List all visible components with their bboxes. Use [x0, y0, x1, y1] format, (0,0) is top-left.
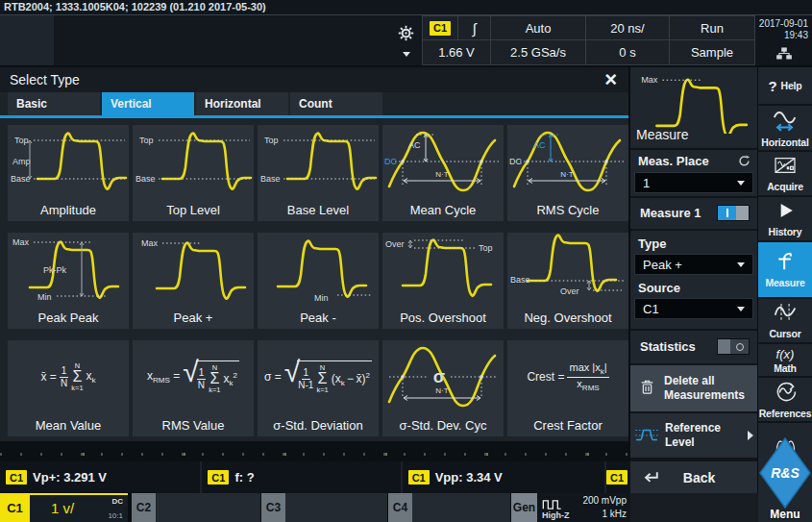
trigger-mode-cell[interactable]: Auto [490, 15, 586, 40]
delete-all-measurements-button[interactable]: Delete all Measurements [630, 365, 757, 411]
channel2-info[interactable] [156, 493, 260, 522]
tile-std-deviation[interactable]: σ =√1N-1NΣk=1(xk − x̄)2σ-Std. Deviation [258, 340, 379, 436]
channel2-tab[interactable]: C2 [132, 493, 156, 522]
close-icon[interactable]: × [604, 67, 617, 92]
channel3-tab[interactable]: C3 [261, 493, 285, 522]
pulse-posover-icon: OverTop [382, 233, 504, 306]
trigger-level-cell[interactable]: 1.66 V [422, 39, 491, 65]
cursor-icon [773, 302, 799, 327]
timebase-value: 20 ns/ [610, 21, 644, 36]
result-channel-badge: C1 [6, 470, 27, 485]
run-state-cell[interactable]: Run [669, 15, 755, 40]
type-dropdown[interactable]: Peak + [634, 254, 753, 275]
sidebar-item-math[interactable]: f(x)Math [758, 344, 812, 376]
tile-mean-cycle[interactable]: DCACN·TMean Cycle [382, 125, 504, 221]
generator-info[interactable]: High-Z 200 mVpp 1 kHz [537, 493, 630, 522]
horizontal-position-cell[interactable]: 0 s [585, 39, 670, 65]
sidebar-item-label: History [769, 226, 802, 237]
tile-peak[interactable]: MaxPeak + [133, 233, 254, 329]
caret-down-icon [403, 52, 410, 57]
tile-rms-value[interactable]: xRMS =√1NNΣk=1xk2RMS Value [133, 340, 254, 436]
reference-level-button[interactable]: Reference Level [630, 413, 757, 458]
channel3-info[interactable] [285, 493, 387, 522]
sidebar-item-horizontal[interactable]: Horizontal [758, 106, 812, 150]
tile-label: σ-Std. Deviation [258, 413, 379, 436]
source-dropdown[interactable]: C1 [634, 298, 753, 319]
generator-impedance: High-Z [542, 510, 570, 520]
tile-std-dev-cyc[interactable]: σN·Tσ-Std. Dev. Cyc [382, 340, 504, 436]
tab-horizontal[interactable]: Horizontal [196, 92, 288, 115]
measurement-result: C1Vpp: 3.34 V [403, 461, 606, 493]
sidebar-item-help[interactable]: ?Help [758, 67, 812, 104]
channel1-badge: C1 [7, 501, 23, 515]
channel4-info[interactable] [412, 493, 510, 522]
tile-label: Pos. Overshoot [382, 306, 504, 329]
statistics-toggle[interactable] [717, 338, 750, 355]
tile-mean-value[interactable]: x̄ =1NNΣk=1xkMean Value [8, 340, 129, 436]
channel1-tab[interactable]: C1 [0, 493, 30, 522]
pulse-peakplus-icon: Max [133, 233, 254, 306]
network-icon [776, 47, 792, 62]
tile-label: Crest Factor [507, 413, 628, 436]
tile-neg-overshoot[interactable]: BaseOverNeg. Overshoot [507, 233, 628, 329]
timebase-cell[interactable]: 20 ns/ [585, 15, 670, 40]
reference-button-label: Reference Level [665, 421, 744, 450]
tile-rms-cycle[interactable]: DCACN·TRMS Cycle [507, 125, 628, 221]
trigger-slope-cell[interactable]: ∫ [457, 15, 491, 40]
time-axis-strip [0, 441, 628, 461]
trigger-source-cell[interactable]: C1 [422, 15, 458, 40]
tile-peak[interactable]: MinPeak - [258, 233, 379, 329]
horizontal-icon [772, 109, 799, 136]
back-button-label: Back [660, 470, 738, 485]
dialog-header: Select Type × [0, 67, 628, 92]
type-source-block: Type Peak + Source C1 [630, 231, 757, 329]
svg-text:Top: Top [14, 136, 29, 145]
device-title: RTB2004; 1333.1005K04; 102239 (01.210 20… [4, 1, 266, 12]
svg-text:N·T: N·T [435, 386, 448, 395]
tile-peak-peak[interactable]: MaxPk-PkMinPeak Peak [8, 233, 129, 329]
time-value: 19:43 [784, 30, 808, 41]
sidebar-item-menu[interactable]: R&S Menu [758, 437, 812, 522]
tile-top-level[interactable]: TopBaseTop Level [133, 125, 254, 221]
generator-tab[interactable]: Gen [511, 493, 537, 522]
top-settings-bar: C1 ∫ Auto 20 ns/ Run 1.66 V 2.5 GSa/s 0 … [0, 15, 812, 65]
tile-label: Top Level [133, 198, 254, 221]
acquisition-mode-cell[interactable]: Sample [669, 39, 755, 65]
sidebar-item-label: Measure [765, 277, 804, 288]
meas-place-block: Meas. Place 1 [630, 150, 757, 196]
tile-crest-factor[interactable]: Crest =max |xk|xRMSCrest Factor [507, 340, 628, 436]
meas-place-dropdown[interactable]: 1 [634, 172, 753, 193]
pulse-amplitude-icon: TopAmpBase [8, 125, 129, 198]
channel1-info[interactable]: 1 v/ DC 10:1 [30, 493, 128, 522]
svg-text:Top: Top [264, 136, 279, 145]
tile-base-level[interactable]: TopBaseBase Level [258, 125, 379, 221]
tile-pos-overshoot[interactable]: OverTopPos. Overshoot [382, 233, 504, 329]
meas-place-label: Meas. Place [638, 154, 709, 168]
refresh-icon[interactable] [738, 154, 750, 171]
sidebar-item-cursor[interactable]: Cursor [758, 299, 812, 342]
channel4-tab[interactable]: C4 [388, 493, 412, 522]
back-button[interactable]: Back [630, 461, 757, 494]
sample-rate-value: 2.5 GSa/s [510, 45, 566, 60]
tab-count[interactable]: Count [290, 92, 382, 115]
sidebar-item-acquire[interactable]: Acquire [758, 152, 812, 195]
sqr-root: √1N-1NΣk=1(xk − x̄)2 [284, 360, 372, 393]
sidebar-item-measure[interactable]: Measure [758, 242, 812, 297]
measure1-toggle[interactable] [717, 205, 750, 221]
source-value: C1 [643, 302, 659, 316]
svg-text:AC: AC [408, 140, 421, 150]
sidebar-item-history[interactable]: History [758, 197, 812, 240]
settings-gear-button[interactable] [390, 15, 422, 65]
generator-badge: Gen [513, 501, 535, 514]
dialog-tabs: BasicVerticalHorizontalCount [8, 92, 382, 115]
tile-label: Peak - [258, 306, 379, 329]
tile-amplitude[interactable]: TopAmpBaseAmplitude [8, 125, 129, 221]
tab-vertical[interactable]: Vertical [102, 92, 194, 115]
delete-button-label: Delete all Measurements [664, 374, 743, 403]
svg-text:Top: Top [139, 136, 154, 145]
sidebar-item-references[interactable]: References [758, 378, 812, 421]
tab-basic[interactable]: Basic [8, 92, 100, 115]
sample-rate-cell[interactable]: 2.5 GSa/s [490, 39, 586, 65]
pulse-levels-icon: TopBase [133, 125, 254, 198]
statistics-label: Statistics [640, 339, 696, 354]
